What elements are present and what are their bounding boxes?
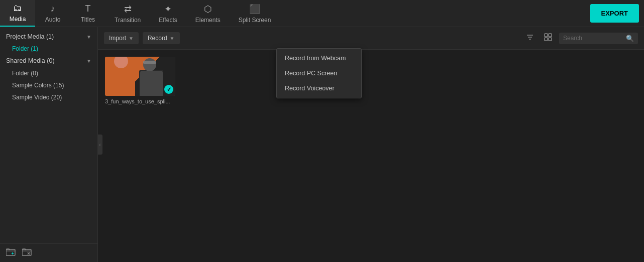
media-thumb-1: ✓ — [105, 57, 175, 96]
sidebar-item-sample-colors[interactable]: Sample Colors (15) — [0, 79, 97, 91]
search-input[interactable] — [563, 35, 623, 42]
record-chevron-icon: ▼ — [170, 36, 175, 41]
sidebar-item-sample-video-label: Sample Video (20) — [12, 94, 62, 101]
import-label: Import — [109, 35, 126, 42]
sidebar-collapse-handle[interactable]: ‹ — [97, 135, 102, 155]
effects-icon: ✦ — [164, 4, 172, 15]
dropdown-record-voiceover[interactable]: Record Voiceover — [277, 81, 361, 96]
search-icon: 🔍 — [626, 35, 634, 42]
sidebar: Project Media (1) ▼ Folder (1) Shared Me… — [0, 27, 98, 262]
import-button[interactable]: Import ▼ — [104, 32, 139, 44]
record-dropdown: Record from Webcam Record PC Screen Reco… — [276, 48, 362, 98]
nav-transition[interactable]: ⇄ Transition — [105, 0, 150, 27]
titles-icon: T — [85, 4, 91, 14]
nav-effects[interactable]: ✦ Effects — [150, 0, 186, 27]
svg-rect-6 — [549, 34, 552, 37]
search-box: 🔍 — [559, 33, 638, 44]
nav-elements-label: Elements — [195, 17, 221, 24]
nav-splitscreen-label: Split Screen — [239, 17, 271, 24]
record-screen-label: Record PC Screen — [285, 70, 337, 77]
sidebar-section-project-media-label: Project Media (1) — [6, 33, 54, 40]
media-icon: 🗂 — [13, 3, 22, 14]
media-grid: ✓ 3_fun_ways_to_use_spli... — [98, 50, 644, 262]
top-nav: 🗂 Media ♪ Audio T Titles ⇄ Transition ✦ … — [0, 0, 644, 27]
sidebar-item-sample-video[interactable]: Sample Video (20) — [0, 91, 97, 103]
sidebar-section-shared-media[interactable]: Shared Media (0) ▼ — [0, 54, 97, 67]
nav-audio-label: Audio — [45, 16, 61, 23]
filter-icon[interactable] — [523, 31, 537, 45]
nav-effects-label: Effects — [159, 17, 177, 24]
delete-folder-icon[interactable] — [22, 248, 32, 258]
record-voiceover-label: Record Voiceover — [285, 85, 335, 92]
sidebar-item-folder-1[interactable]: Folder (1) — [0, 43, 97, 54]
sidebar-section-project-media[interactable]: Project Media (1) ▼ — [0, 30, 97, 43]
svg-rect-7 — [545, 38, 548, 41]
nav-transition-label: Transition — [115, 17, 141, 24]
sidebar-item-folder-0-label: Folder (0) — [12, 70, 38, 77]
sidebar-footer — [0, 243, 97, 262]
svg-rect-8 — [549, 38, 552, 41]
nav-titles[interactable]: T Titles — [70, 0, 105, 27]
dropdown-record-screen[interactable]: Record PC Screen — [277, 66, 361, 81]
sidebar-body: Project Media (1) ▼ Folder (1) Shared Me… — [0, 27, 97, 243]
transition-icon: ⇄ — [124, 4, 132, 15]
nav-elements[interactable]: ⬡ Elements — [186, 0, 230, 27]
sidebar-item-sample-colors-label: Sample Colors (15) — [12, 82, 64, 89]
svg-rect-5 — [545, 34, 548, 37]
grid-view-icon[interactable] — [541, 31, 555, 45]
media-label-1: 3_fun_ways_to_use_spli... — [105, 98, 175, 104]
new-folder-icon[interactable] — [6, 248, 16, 258]
nav-titles-label: Titles — [81, 16, 95, 23]
content-area: Import ▼ Record ▼ — [98, 27, 644, 262]
sidebar-item-folder-0[interactable]: Folder (0) — [0, 67, 97, 79]
audio-icon: ♪ — [51, 4, 55, 14]
nav-media-label: Media — [10, 16, 26, 23]
nav-audio[interactable]: ♪ Audio — [35, 0, 70, 27]
svg-rect-0 — [6, 249, 15, 255]
record-webcam-label: Record from Webcam — [285, 55, 346, 62]
sidebar-item-folder-1-label: Folder (1) — [12, 45, 38, 52]
chevron-down-icon: ▼ — [86, 34, 91, 40]
media-item-1[interactable]: ✓ 3_fun_ways_to_use_spli... — [105, 57, 175, 104]
elements-icon: ⬡ — [204, 4, 212, 15]
nav-media[interactable]: 🗂 Media — [0, 0, 35, 27]
export-button[interactable]: EXPORT — [590, 4, 639, 23]
nav-splitscreen[interactable]: ⬛ Split Screen — [230, 0, 280, 27]
dropdown-record-webcam[interactable]: Record from Webcam — [277, 51, 361, 66]
main-area: Project Media (1) ▼ Folder (1) Shared Me… — [0, 27, 644, 262]
splitscreen-icon: ⬛ — [249, 4, 260, 15]
sidebar-section-shared-media-label: Shared Media (0) — [6, 57, 55, 64]
record-label: Record — [148, 35, 167, 42]
record-button[interactable]: Record ▼ — [143, 32, 180, 44]
svg-rect-1 — [22, 249, 31, 255]
import-chevron-icon: ▼ — [129, 36, 134, 41]
checkmark-badge-1: ✓ — [164, 85, 173, 94]
content-toolbar: Import ▼ Record ▼ — [98, 27, 644, 50]
chevron-down-icon-2: ▼ — [86, 58, 91, 64]
